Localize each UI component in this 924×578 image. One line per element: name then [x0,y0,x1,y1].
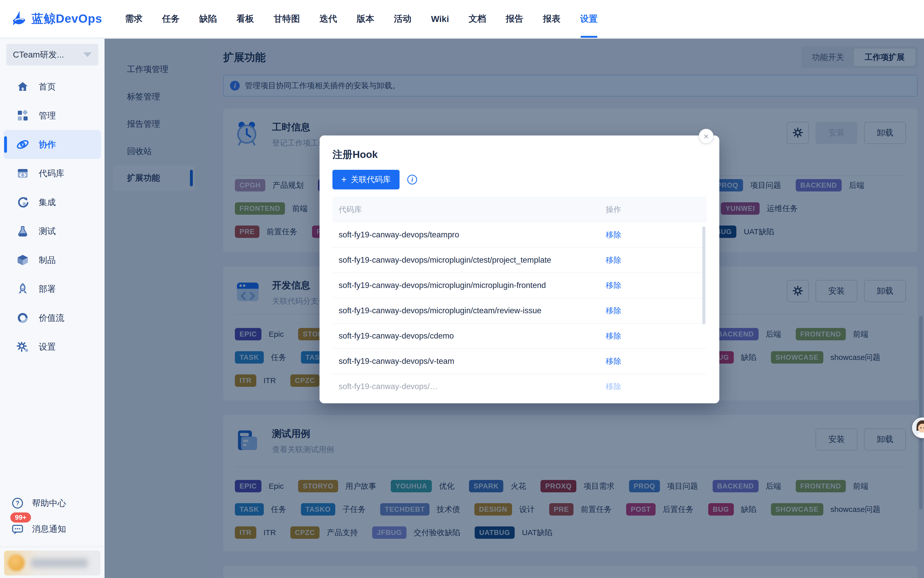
remove-link[interactable]: 移除 [606,256,621,264]
remove-link[interactable]: 移除 [606,281,621,289]
notifications[interactable]: 99+ 消息通知 [0,516,104,542]
close-icon: × [703,132,709,141]
repo-table-body: soft-fy19-canway-devops/teampro 移除 soft-… [333,222,706,391]
column-action: 操作 [606,205,706,215]
avatar [8,554,25,571]
chevron-down-icon [83,52,92,57]
loop-icon [16,196,29,209]
remove-link[interactable]: 移除 [606,357,621,365]
topnav-item[interactable]: 版本 [357,0,374,38]
remove-link[interactable]: 移除 [606,331,621,340]
remove-link[interactable]: 移除 [606,382,621,391]
repo-table-header: 代码库 操作 [333,196,706,222]
link-repo-button[interactable]: + 关联代码库 [333,170,399,189]
topnav-item[interactable]: 活动 [394,0,411,38]
modal-close-button[interactable]: × [699,129,714,144]
topnav-item[interactable]: 设置 [580,0,598,38]
user-profile[interactable] [4,550,101,575]
app-window: 蓝鲸DevOps 需求任务缺陷看板甘特图迭代版本活动Wiki文档报告报表设置 C… [0,0,924,578]
sidebar-item-value-stream[interactable]: 价值流 [0,304,104,332]
topnav-item[interactable]: 需求 [125,0,143,38]
register-hook-modal: × 注册Hook + 关联代码库 i 代码库 操作 soft-fy19-canw… [320,135,719,403]
repo-name: soft-fy19-canway-devops/v-team [333,357,606,366]
sidebar-spacer [0,361,104,490]
project-name: CTeam研发... [13,49,83,61]
message-icon [11,522,24,536]
gears-icon [16,340,29,354]
repo-row: soft-fy19-canway-devops/microplugin/ctes… [333,248,706,273]
sidebar-footer: ? 帮助中心 99+ 消息通知 [0,490,104,578]
blocks-icon [16,109,29,122]
topnav-item[interactable]: 报表 [543,0,560,38]
repo-row: soft-fy19-canway-devops/microplugin/ctea… [333,298,706,323]
orbit-collab-icon: T [16,138,29,151]
project-selector[interactable]: CTeam研发... [6,44,98,65]
repo-row: soft-fy19-canway-devops/teampro 移除 [333,222,706,248]
topnav-item[interactable]: 文档 [469,0,486,38]
user-section [0,547,104,578]
sidebar-item-settings[interactable]: 设置 [0,332,104,361]
repo-row: soft-fy19-canway-devops/cdemo 移除 [333,323,706,349]
sidebar-item-artifact[interactable]: 制品 [0,246,104,274]
user-name-blurred [31,559,88,568]
repo-row: soft-fy19-canway-devops/v-team 移除 [333,349,706,374]
table-scrollbar[interactable] [702,226,705,324]
repo-row: soft-fy19-canway-devops/… 移除 [333,374,706,391]
sidebar-item-home[interactable]: 首页 [0,72,104,101]
sidebar-item-repository[interactable]: 代码库 [0,159,104,188]
bk-whale-logo-icon [11,10,28,28]
repo-table: 代码库 操作 soft-fy19-canway-devops/teampro 移… [333,196,706,391]
topnav-item[interactable]: Wiki [431,0,449,38]
sidebar-item-test[interactable]: 测试 [0,217,104,246]
ring-icon [16,311,29,325]
topbar: 蓝鲸DevOps 需求任务缺陷看板甘特图迭代版本活动Wiki文档报告报表设置 [0,0,924,38]
info-icon[interactable]: i [407,175,417,185]
topnav-item[interactable]: 任务 [162,0,180,38]
sidebar-item-integration[interactable]: 集成 [0,188,104,217]
sidebar-item-deploy[interactable]: 部署 [0,274,104,304]
topnav-item[interactable]: 缺陷 [199,0,217,38]
sidebar-item-collaboration[interactable]: T 协作 [3,130,101,159]
topnav-item[interactable]: 甘特图 [274,0,300,38]
question-circle-icon: ? [11,497,24,510]
topnav-item[interactable]: 看板 [236,0,254,38]
remove-link[interactable]: 移除 [606,231,621,239]
modal-title: 注册Hook [333,148,706,162]
code-repo-icon [16,167,29,180]
repo-row: soft-fy19-canway-devops/microplugin/micr… [333,273,706,298]
repo-name: soft-fy19-canway-devops/teampro [333,230,606,239]
sidebar-menu: 首页 管理 T 协作 代码库 [0,72,104,361]
svg-text:?: ? [16,500,19,507]
help-center[interactable]: ? 帮助中心 [0,490,104,516]
repo-name: soft-fy19-canway-devops/cdemo [333,331,606,341]
cube-icon [16,253,29,267]
rocket-icon [16,282,29,296]
repo-name: soft-fy19-canway-devops/microplugin/micr… [333,281,606,290]
sidebar-item-manage[interactable]: 管理 [0,101,104,130]
repo-name: soft-fy19-canway-devops/microplugin/ctes… [333,255,606,265]
svg-text:T: T [21,143,24,147]
flask-icon [16,224,29,238]
sidebar: CTeam研发... 首页 管理 T 协作 [0,39,104,578]
repo-name: soft-fy19-canway-devops/… [333,382,606,391]
topnav-item[interactable]: 迭代 [320,0,337,38]
column-repo: 代码库 [333,205,606,215]
topnav-item[interactable]: 报告 [506,0,523,38]
top-navigation: 需求任务缺陷看板甘特图迭代版本活动Wiki文档报告报表设置 [125,0,598,38]
remove-link[interactable]: 移除 [606,306,621,315]
notification-badge: 99+ [10,513,31,523]
home-icon [16,80,29,93]
logo[interactable]: 蓝鲸DevOps [11,10,106,28]
repo-name: soft-fy19-canway-devops/microplugin/ctea… [333,306,606,315]
logo-text: 蓝鲸DevOps [31,11,102,27]
plus-icon: + [341,175,347,184]
